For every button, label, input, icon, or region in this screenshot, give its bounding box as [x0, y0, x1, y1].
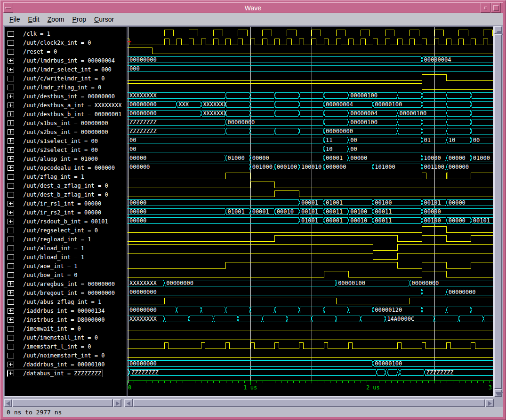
- names-horizontal-scrollbar[interactable]: [4, 399, 121, 407]
- signal-box-icon[interactable]: [8, 174, 14, 180]
- signal-row[interactable]: /uut/s1bus_int = 00000000: [5, 119, 127, 127]
- expand-icon[interactable]: [8, 103, 14, 108]
- signal-row[interactable]: /uut/ir_rs2_int = 00000: [5, 208, 127, 217]
- signal-box-icon[interactable]: [8, 254, 14, 260]
- wave-horizontal-scrollbar[interactable]: [124, 399, 494, 407]
- expand-icon[interactable]: [8, 210, 14, 215]
- signal-row[interactable]: /reset = 0: [5, 47, 127, 56]
- signal-row[interactable]: /uut/clock2x_int = 0: [5, 38, 127, 47]
- window-title: Wave: [3, 4, 503, 12]
- signal-box-icon[interactable]: [8, 326, 14, 332]
- signal-row[interactable]: /uut/lmdrbus_int = 00000004: [5, 56, 127, 65]
- signal-row[interactable]: /uut/zflag_int = 1: [5, 172, 127, 181]
- signal-box-icon[interactable]: [8, 272, 14, 278]
- title-bar[interactable]: Wave: [3, 2, 503, 13]
- maximize-button[interactable]: [491, 3, 501, 13]
- signal-row[interactable]: /uut/noimemstart_int = 0: [5, 351, 127, 360]
- signal-row[interactable]: /imemstart_l_int = 0: [5, 342, 127, 351]
- signal-box-icon[interactable]: [8, 237, 14, 242]
- expand-icon[interactable]: [8, 219, 14, 224]
- signal-box-icon[interactable]: [8, 263, 14, 269]
- signal-row[interactable]: /uut/abus_zflag_int = 1: [5, 297, 127, 306]
- signal-row[interactable]: /uut/boe_int = 0: [5, 270, 127, 279]
- signal-row[interactable]: /uut/aregbus_int = 00000000: [5, 279, 127, 288]
- scroll-left-button[interactable]: [4, 399, 12, 407]
- signal-row[interactable]: /instrbus_int = D8000000: [5, 315, 127, 324]
- signal-box-icon[interactable]: [8, 335, 14, 341]
- signal-row[interactable]: /iaddrbus_int = 00000134: [5, 306, 127, 315]
- signal-row[interactable]: /uut/dest_b_zflag_int = 0: [5, 190, 127, 199]
- signal-row[interactable]: /uut/lmdr_zflag_int = 0: [5, 83, 127, 92]
- expand-icon[interactable]: [8, 156, 14, 162]
- expand-icon[interactable]: [8, 308, 14, 314]
- signal-box-icon[interactable]: [8, 192, 14, 198]
- signal-row[interactable]: /uut/aluop_int = 01000: [5, 154, 127, 163]
- signal-row[interactable]: /clk = 1: [5, 29, 127, 38]
- expand-icon[interactable]: [8, 58, 14, 63]
- expand-icon[interactable]: [8, 317, 14, 323]
- signal-box-icon[interactable]: [8, 228, 14, 233]
- signal-row[interactable]: /uut/aoe_int = 1: [5, 262, 127, 270]
- expand-icon[interactable]: [8, 362, 14, 367]
- signal-box-icon[interactable]: [8, 246, 14, 251]
- expand-icon[interactable]: [8, 201, 14, 206]
- expand-icon[interactable]: [8, 147, 14, 153]
- signal-row[interactable]: /uut/ir_rs1_int = 00000: [5, 199, 127, 208]
- signal-row[interactable]: /uut/imemstall_int = 0: [5, 333, 127, 342]
- wave-scrollbar-thumb[interactable]: [133, 399, 485, 407]
- scroll-right-button[interactable]: [485, 399, 494, 407]
- scroll-down-button[interactable]: [494, 389, 502, 397]
- signal-box-icon[interactable]: [8, 40, 14, 46]
- signal-row[interactable]: /uut/bload_int = 1: [5, 253, 127, 262]
- signal-box-icon[interactable]: [8, 49, 14, 55]
- signal-row[interactable]: /imemwait_int = 0: [5, 324, 127, 333]
- scroll-up-button[interactable]: [494, 26, 502, 34]
- expand-icon[interactable]: [8, 120, 14, 126]
- signal-row[interactable]: /uut/s2bus_int = 00000000: [5, 127, 127, 136]
- signal-box-icon[interactable]: [8, 299, 14, 305]
- signal-box-icon[interactable]: [8, 76, 14, 81]
- menu-file[interactable]: File: [9, 16, 20, 23]
- menu-zoom[interactable]: Zoom: [48, 16, 64, 23]
- scroll-left-button[interactable]: [124, 399, 133, 407]
- vertical-scrollbar-thumb[interactable]: [494, 34, 502, 389]
- expand-icon[interactable]: [8, 129, 14, 135]
- vertical-scrollbar[interactable]: [494, 26, 502, 397]
- signal-row[interactable]: /uut/regselect_int = 0: [5, 226, 127, 235]
- signal-box-icon[interactable]: [8, 344, 14, 349]
- signal-row[interactable]: /uut/dest_a_zflag_int = 0: [5, 181, 127, 190]
- signal-row[interactable]: /uut/regload_int = 1: [5, 235, 127, 244]
- signal-row[interactable]: /uut/c/writelmdr_int = 0: [5, 74, 127, 83]
- expand-icon[interactable]: [8, 67, 14, 72]
- names-scrollbar-thumb[interactable]: [12, 399, 113, 407]
- signal-box-icon[interactable]: [8, 353, 14, 358]
- signal-row[interactable]: /uut/s1select_int = 00: [5, 136, 127, 145]
- expand-icon[interactable]: [8, 290, 14, 296]
- menu-prop[interactable]: Prop: [72, 16, 87, 23]
- menu-edit[interactable]: Edit: [28, 16, 40, 23]
- signal-row[interactable]: /uut/rsdout_b_int = 00101: [5, 217, 127, 226]
- expand-icon[interactable]: [8, 165, 14, 171]
- minimize-button[interactable]: [481, 3, 490, 13]
- signal-row[interactable]: /uut/bregout_int = 00000000: [5, 288, 127, 297]
- menu-cursor[interactable]: Cursor: [94, 16, 114, 23]
- expand-icon[interactable]: [8, 111, 14, 117]
- signal-row[interactable]: /uut/destbus_int = 00000000: [5, 92, 127, 101]
- signal-box-icon[interactable]: [8, 31, 14, 37]
- signal-box-icon[interactable]: [8, 183, 14, 189]
- svg-text:000: 000: [129, 65, 140, 72]
- signal-row[interactable]: /databus_int = ZZZZZZZZ: [5, 369, 127, 378]
- signal-row[interactable]: /uut/s2select_int = 00: [5, 145, 127, 154]
- scroll-right-button[interactable]: [113, 399, 121, 407]
- signal-row[interactable]: /uut/destbus_b_int = 00000001: [5, 110, 127, 119]
- signal-box-icon[interactable]: [8, 85, 14, 90]
- expand-icon[interactable]: [8, 94, 14, 99]
- signal-row[interactable]: /uut/aload_int = 1: [5, 244, 127, 253]
- signal-row[interactable]: /uut/destbus_a_int = XXXXXXXX: [5, 101, 127, 110]
- signal-row[interactable]: /daddrbus_int = 00000100: [5, 360, 127, 369]
- signal-row[interactable]: /uut/lmdr_select_int = 000: [5, 65, 127, 74]
- expand-icon[interactable]: [8, 138, 14, 144]
- signal-row[interactable]: /uut/opcodealu_int = 000000: [5, 163, 127, 172]
- expand-icon[interactable]: [8, 281, 14, 287]
- expand-icon[interactable]: [8, 371, 14, 376]
